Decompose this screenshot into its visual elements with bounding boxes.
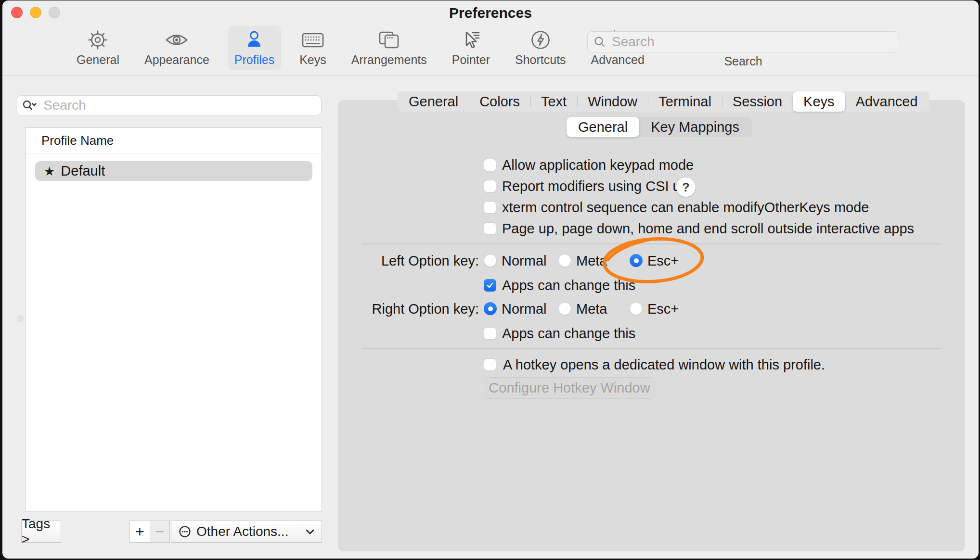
radio-left-option-normal[interactable]	[484, 254, 497, 267]
checkbox-left-apps-can-change[interactable]	[484, 279, 496, 292]
profile-search-field[interactable]	[17, 95, 322, 115]
tab-general[interactable]: General	[398, 91, 469, 112]
toolbar-item-profiles[interactable]: Profiles	[228, 25, 281, 70]
toolbar-divider	[2, 75, 979, 76]
keys-subtabbar: General Key Mappings	[566, 117, 752, 137]
toolbar-search-caption: Search	[587, 54, 899, 68]
help-button[interactable]: ?	[676, 178, 696, 197]
profile-tabbar: General Colors Text Window Terminal Sess…	[397, 91, 929, 112]
configure-hotkey-window-button[interactable]: Configure Hotkey Window	[484, 377, 655, 399]
tab-advanced[interactable]: Advanced	[845, 91, 928, 112]
checkbox-application-keypad[interactable]	[484, 159, 496, 171]
toolbar-search-input[interactable]	[611, 34, 893, 50]
separator	[362, 243, 941, 244]
tab-window[interactable]: Window	[577, 91, 648, 112]
toolbar-label: Profiles	[234, 53, 274, 67]
eye-icon	[165, 28, 189, 52]
radio-label[interactable]: Normal	[502, 301, 546, 317]
radio-label[interactable]: Normal	[502, 253, 546, 269]
toolbar-label: Shortcuts	[515, 53, 566, 67]
subtab-general[interactable]: General	[567, 117, 639, 137]
add-profile-button[interactable]: +	[130, 521, 150, 542]
other-actions-label: Other Actions...	[196, 524, 300, 539]
checkbox-modifyotherkeys[interactable]	[484, 201, 496, 214]
checkbox-hotkey-window[interactable]	[484, 358, 496, 371]
toolbar: General Appearance Profiles	[70, 25, 651, 70]
right-option-key-label: Right Option key:	[339, 301, 479, 317]
subtab-key-mappings[interactable]: Key Mappings	[639, 117, 751, 137]
list-edge-dot	[17, 315, 24, 322]
profile-list: Profile Name ★ Default	[25, 127, 322, 511]
radio-right-option-normal[interactable]	[484, 302, 497, 315]
window-title: Preferences	[2, 5, 979, 21]
search-filter-icon	[22, 99, 39, 112]
add-remove-group: + −	[129, 521, 170, 543]
radio-label[interactable]: Esc+	[647, 253, 679, 269]
tags-button[interactable]: Tags >	[21, 521, 61, 543]
tab-terminal[interactable]: Terminal	[648, 91, 722, 112]
remove-profile-button[interactable]: −	[150, 521, 170, 542]
left-option-key-label: Left Option key:	[339, 253, 479, 269]
keyboard-icon	[301, 28, 325, 52]
radio-label[interactable]: Esc+	[647, 301, 679, 317]
checkbox-csi-u[interactable]	[484, 180, 496, 192]
radio-left-option-meta[interactable]	[558, 254, 571, 267]
search-icon	[593, 36, 606, 48]
profile-name: Default	[61, 163, 105, 179]
radio-right-option-esc[interactable]	[630, 302, 643, 315]
checkbox-label[interactable]: Report modifiers using CSI u	[502, 178, 681, 194]
chevron-down-icon	[305, 529, 315, 535]
tab-colors[interactable]: Colors	[469, 91, 530, 112]
star-icon: ★	[44, 165, 55, 178]
tab-keys[interactable]: Keys	[793, 91, 845, 112]
circled-ellipsis-icon	[178, 525, 192, 538]
toolbar-label: Keys	[299, 53, 326, 67]
tab-session[interactable]: Session	[722, 91, 793, 112]
separator	[362, 348, 941, 349]
checkbox-label[interactable]: Apps can change this	[502, 325, 635, 342]
toolbar-label: Pointer	[452, 53, 490, 67]
windows-icon	[377, 28, 401, 52]
checkbox-label[interactable]: xterm control sequence can enable modify…	[502, 199, 869, 216]
profile-list-header: Profile Name	[26, 128, 322, 153]
toolbar-search-field[interactable]	[587, 31, 899, 52]
profile-row-default[interactable]: ★ Default	[35, 161, 312, 181]
toolbar-item-arrangements[interactable]: Arrangements	[345, 25, 434, 70]
radio-label[interactable]: Meta	[576, 301, 607, 317]
checkbox-right-apps-can-change[interactable]	[484, 327, 496, 340]
profile-search-input[interactable]	[42, 97, 316, 114]
lightning-icon	[529, 28, 553, 52]
tab-text[interactable]: Text	[530, 91, 577, 112]
toolbar-item-pointer[interactable]: Pointer	[445, 25, 497, 70]
radio-label[interactable]: Meta	[576, 253, 607, 269]
checkbox-label[interactable]: A hotkey opens a dedicated window with t…	[503, 356, 825, 373]
titlebar: Preferences	[2, 0, 979, 25]
cursor-icon	[459, 28, 483, 52]
checkbox-label[interactable]: Allow application keypad mode	[502, 157, 694, 173]
checkbox-scroll-outside-apps[interactable]	[484, 222, 496, 235]
toolbar-label: Arrangements	[351, 53, 427, 67]
toolbar-label: Appearance	[144, 53, 209, 67]
gear-icon	[86, 28, 110, 52]
other-actions-dropdown[interactable]: Other Actions...	[171, 521, 322, 543]
toolbar-item-appearance[interactable]: Appearance	[138, 25, 216, 70]
toolbar-item-keys[interactable]: Keys	[293, 25, 333, 70]
radio-left-option-esc[interactable]	[630, 254, 643, 267]
checkbox-label[interactable]: Page up, page down, home and end scroll …	[502, 220, 914, 237]
toolbar-item-shortcuts[interactable]: Shortcuts	[508, 25, 573, 70]
radio-right-option-meta[interactable]	[558, 302, 571, 315]
toolbar-item-general[interactable]: General	[70, 25, 126, 70]
toolbar-label: General	[77, 53, 119, 67]
preferences-window: Preferences General	[2, 0, 979, 559]
person-icon	[242, 28, 266, 52]
checkbox-label[interactable]: Apps can change this	[502, 277, 635, 293]
